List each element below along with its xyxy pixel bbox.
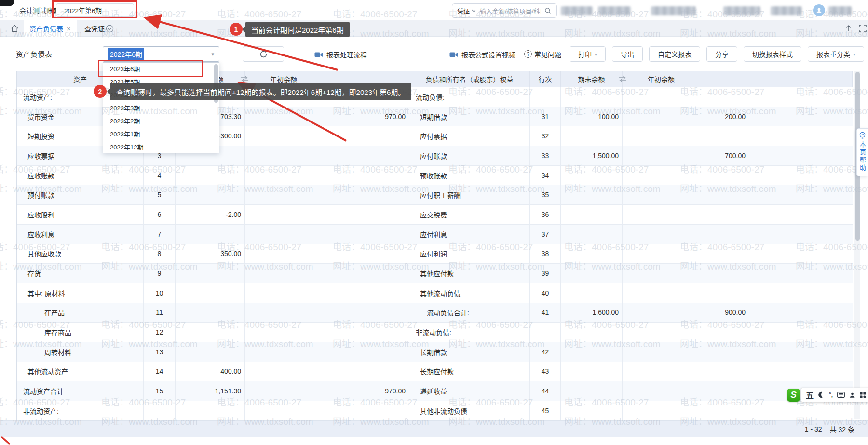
cell-beginning-balance[interactable] [245,401,409,420]
cell-beginning-balance[interactable] [623,401,749,420]
cell-ending-balance[interactable] [176,283,245,303]
cell-ending-balance[interactable] [561,166,623,185]
cell-beginning-balance[interactable] [623,381,749,401]
cell-beginning-balance[interactable] [245,264,409,283]
table-row[interactable]: 预付账款5应付职工薪酬35 [17,185,853,205]
tab-balance-sheet[interactable]: 资产负债表 × [24,20,77,37]
current-period-display[interactable]: 2022年第6期 [56,3,134,17]
dropdown-option[interactable]: 2023年1期 [103,128,219,141]
cell-ending-balance[interactable] [561,381,623,401]
cell-beginning-balance[interactable] [623,126,749,146]
close-icon[interactable]: × [67,25,71,32]
header-beginning-balance[interactable]: 年初余额 [623,71,749,87]
ime-mode-wubi[interactable]: 五 [806,389,814,401]
cell-ending-balance[interactable]: 400.00 [176,362,245,381]
cell-ending-balance[interactable] [176,225,245,244]
table-row[interactable]: 周转材料13长期借款42 [17,342,853,362]
cell-ending-balance[interactable]: 1,500.00 [561,146,623,165]
cell-beginning-balance[interactable] [623,283,749,303]
cell-beginning-balance[interactable]: 970.00 [245,107,409,126]
table-row[interactable]: 非流动资产:其他非流动负债45 [17,401,853,421]
dropdown-option[interactable]: 2022年12期 [103,141,219,154]
cell-beginning-balance[interactable]: 900.00 [623,303,749,323]
cell-beginning-balance[interactable] [245,126,409,146]
toolbar-button[interactable]: 打印▾ [570,46,606,62]
cell-beginning-balance[interactable] [245,205,409,224]
cell-ending-balance[interactable] [561,323,623,342]
cell-beginning-balance[interactable] [245,303,409,323]
cell-beginning-balance[interactable] [623,166,749,185]
table-row[interactable]: 其中: 原材料10其他流动负债40 [17,283,853,303]
cell-ending-balance[interactable] [561,362,623,381]
cell-ending-balance[interactable] [561,283,623,303]
cell-beginning-balance[interactable] [245,323,409,342]
table-row[interactable]: 其他流动资产14400.00长期应付款43 [17,362,853,382]
header-ending-balance[interactable]: 期末余额 [561,71,623,87]
vertical-scrollbar[interactable] [854,71,860,419]
table-row[interactable]: 应收利息7应付利息37 [17,225,853,244]
toolbar-button[interactable]: 导出 [612,46,643,62]
cell-ending-balance[interactable] [561,225,623,244]
cell-beginning-balance[interactable] [245,362,409,381]
cell-beginning-balance[interactable] [245,225,409,244]
search-input[interactable]: 输入金额/核算项目/科目/... [480,6,541,15]
cell-ending-balance[interactable]: 1,151.30 [176,381,245,401]
tab-list-icon[interactable] [106,25,114,33]
table-row[interactable]: 存货9其他应付款39 [17,264,853,283]
cell-beginning-balance[interactable] [245,185,409,204]
cell-ending-balance[interactable]: -2.00 [176,205,245,224]
cell-beginning-balance[interactable] [245,244,409,264]
sogou-logo-icon[interactable]: S [787,389,800,402]
dropdown-option[interactable]: 2023年2期 [103,115,219,128]
cell-beginning-balance[interactable] [245,166,409,185]
cell-beginning-balance[interactable] [623,225,749,244]
cell-ending-balance[interactable] [561,185,623,204]
page-help-tab[interactable]: 本页帮助 [856,128,868,176]
toolbar-button[interactable]: 自定义报表 [649,46,700,62]
user-avatar[interactable] [813,4,825,16]
cell-beginning-balance[interactable] [623,362,749,381]
toolbar-button[interactable]: 报表重分类▾ [808,46,864,62]
cell-ending-balance[interactable] [561,87,623,107]
table-row[interactable]: 库存商品12非流动负债: [17,323,853,342]
cell-beginning-balance[interactable] [623,264,749,283]
toolbox-icon[interactable] [860,392,866,398]
table-row[interactable]: 在产品11流动负债合计:411,600.00900.00 [17,303,853,323]
toolbar-button[interactable]: 切换报表样式 [744,46,801,62]
global-search[interactable]: 凭证 输入金额/核算项目/科目/... [452,3,557,18]
report-process-link[interactable]: 报表处理流程 [314,50,367,59]
swap-columns-icon[interactable] [238,76,251,82]
fullscreen-icon[interactable] [859,25,867,32]
cell-beginning-balance[interactable]: 200.00 [623,107,749,126]
search-icon[interactable] [544,7,552,14]
cell-beginning-balance[interactable] [623,87,749,107]
cell-beginning-balance[interactable] [245,283,409,303]
cell-ending-balance[interactable] [176,323,245,342]
faq-link[interactable]: ? 常见问题 [524,49,561,59]
table-row[interactable]: 应收账款4预收账款34 [17,166,853,186]
table-row[interactable]: 应收股利6-2.00应交税费36 [17,205,853,225]
cell-beginning-balance[interactable] [245,342,409,362]
cell-beginning-balance[interactable] [623,205,749,224]
cell-beginning-balance[interactable] [623,323,749,342]
keyboard-icon[interactable] [837,392,845,398]
cell-beginning-balance[interactable] [623,342,749,362]
cell-ending-balance[interactable] [176,303,245,323]
dropdown-option[interactable]: 2023年6期 [103,63,219,76]
cell-ending-balance[interactable] [561,244,623,264]
cell-ending-balance[interactable] [176,342,245,362]
cell-ending-balance[interactable]: 100.00 [561,107,623,126]
toolbar-button[interactable]: 分享 [706,46,737,62]
cell-ending-balance[interactable] [176,185,245,204]
cell-beginning-balance[interactable] [245,146,409,165]
cell-ending-balance[interactable] [561,126,623,146]
cell-ending-balance[interactable] [561,264,623,283]
swap-columns-icon[interactable] [616,76,629,82]
cell-ending-balance[interactable] [176,401,245,420]
cell-ending-balance[interactable]: 350.00 [176,244,245,264]
cell-ending-balance[interactable] [176,264,245,283]
table-row[interactable]: 其他应收款8350.00应付利润38 [17,244,853,264]
cell-ending-balance[interactable] [561,205,623,224]
cell-ending-balance[interactable] [176,166,245,185]
scroll-top-icon[interactable] [845,24,853,32]
